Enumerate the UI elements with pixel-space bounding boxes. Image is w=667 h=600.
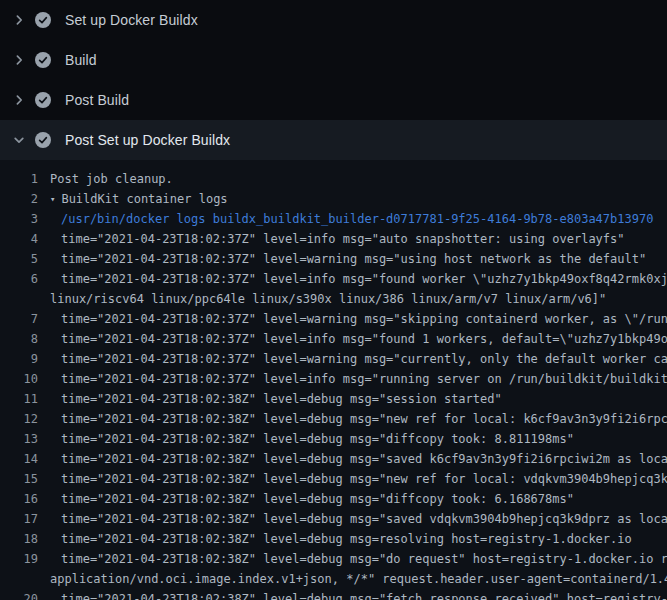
log-line: 19 time="2021-04-23T18:02:38Z" level=deb… bbox=[0, 549, 667, 569]
log-line-number[interactable]: 5 bbox=[0, 249, 38, 269]
log-line-number[interactable]: 7 bbox=[0, 309, 38, 329]
log-line-number[interactable]: 2 bbox=[0, 189, 38, 209]
check-circle-icon bbox=[35, 92, 51, 108]
chevron-icon bbox=[11, 92, 27, 108]
step-row-0[interactable]: Set up Docker Buildx bbox=[0, 0, 667, 40]
log-line-text: time="2021-04-23T18:02:37Z" level=warnin… bbox=[50, 249, 646, 269]
check-circle-icon bbox=[35, 12, 51, 28]
log-line-text: time="2021-04-23T18:02:37Z" level=info m… bbox=[50, 329, 667, 349]
log-line-text: application/vnd.oci.image.index.v1+json,… bbox=[50, 569, 667, 589]
log-line: 8 time="2021-04-23T18:02:37Z" level=info… bbox=[0, 329, 667, 349]
log-line-text: time="2021-04-23T18:02:38Z" level=debug … bbox=[50, 529, 632, 549]
log-line-number[interactable] bbox=[0, 289, 38, 309]
log-line: 2 ▾BuildKit container logs bbox=[0, 189, 667, 209]
log-line-number[interactable]: 15 bbox=[0, 469, 38, 489]
check-circle-icon bbox=[35, 132, 51, 148]
group-collapse-icon[interactable]: ▾ bbox=[50, 189, 55, 209]
chevron-icon bbox=[11, 12, 27, 28]
steps-list: Set up Docker Buildx Build P bbox=[0, 0, 667, 160]
log-line-number[interactable]: 6 bbox=[0, 269, 38, 289]
step-row-1[interactable]: Build bbox=[0, 40, 667, 80]
log-pane: 1 Post job cleanup. 2 ▾BuildKit containe… bbox=[0, 160, 667, 600]
log-line-text: time="2021-04-23T18:02:37Z" level=info m… bbox=[50, 269, 667, 289]
log-line-number[interactable]: 3 bbox=[0, 209, 38, 229]
log-line-text: time="2021-04-23T18:02:38Z" level=debug … bbox=[50, 449, 667, 469]
step-label: Build bbox=[65, 52, 97, 68]
log-line-number[interactable]: 17 bbox=[0, 509, 38, 529]
log-line: 16 time="2021-04-23T18:02:38Z" level=deb… bbox=[0, 489, 667, 509]
log-line-number[interactable]: 9 bbox=[0, 349, 38, 369]
step-label: Set up Docker Buildx bbox=[65, 12, 198, 28]
log-line-text: time="2021-04-23T18:02:38Z" level=debug … bbox=[50, 409, 667, 429]
log-line-number[interactable]: 18 bbox=[0, 529, 38, 549]
log-line: 10 time="2021-04-23T18:02:37Z" level=inf… bbox=[0, 369, 667, 389]
log-line-number[interactable]: 20 bbox=[0, 589, 38, 600]
log-line: 1 Post job cleanup. bbox=[0, 169, 667, 189]
chevron-icon bbox=[11, 52, 27, 68]
log-line-text: linux/riscv64 linux/ppc64le linux/s390x … bbox=[50, 289, 606, 309]
log-line: 12 time="2021-04-23T18:02:38Z" level=deb… bbox=[0, 409, 667, 429]
log-line: 11 time="2021-04-23T18:02:38Z" level=deb… bbox=[0, 389, 667, 409]
log-line-text: ▾BuildKit container logs bbox=[50, 189, 228, 209]
log-line-text: time="2021-04-23T18:02:37Z" level=warnin… bbox=[50, 349, 667, 369]
log-line-number[interactable]: 8 bbox=[0, 329, 38, 349]
log-line: 17 time="2021-04-23T18:02:38Z" level=deb… bbox=[0, 509, 667, 529]
log-line-number[interactable]: 12 bbox=[0, 409, 38, 429]
log-line-text: time="2021-04-23T18:02:37Z" level=warnin… bbox=[50, 309, 667, 329]
log-line-text: Post job cleanup. bbox=[50, 169, 173, 189]
log-line: 13 time="2021-04-23T18:02:38Z" level=deb… bbox=[0, 429, 667, 449]
chevron-icon bbox=[11, 132, 27, 148]
log-line-text: time="2021-04-23T18:02:38Z" level=debug … bbox=[50, 589, 667, 600]
log-line-text: time="2021-04-23T18:02:38Z" level=debug … bbox=[50, 389, 502, 409]
step-row-2[interactable]: Post Build bbox=[0, 80, 667, 120]
log-line-text: time="2021-04-23T18:02:37Z" level=info m… bbox=[50, 369, 667, 389]
log-line-number[interactable]: 19 bbox=[0, 549, 38, 569]
log-line-number[interactable]: 11 bbox=[0, 389, 38, 409]
log-line: 4 time="2021-04-23T18:02:37Z" level=info… bbox=[0, 229, 667, 249]
log-line: 18 time="2021-04-23T18:02:38Z" level=deb… bbox=[0, 529, 667, 549]
step-label: Post Set up Docker Buildx bbox=[65, 132, 230, 148]
log-line: 15 time="2021-04-23T18:02:38Z" level=deb… bbox=[0, 469, 667, 489]
log-line-text: time="2021-04-23T18:02:38Z" level=debug … bbox=[50, 469, 667, 489]
log-line: linux/riscv64 linux/ppc64le linux/s390x … bbox=[0, 289, 667, 309]
log-line-number[interactable]: 1 bbox=[0, 169, 38, 189]
log-line-number[interactable] bbox=[0, 569, 38, 589]
check-circle-icon bbox=[35, 52, 51, 68]
log-line: 20 time="2021-04-23T18:02:38Z" level=deb… bbox=[0, 589, 667, 600]
step-row-3[interactable]: Post Set up Docker Buildx bbox=[0, 120, 667, 160]
log-line-text: time="2021-04-23T18:02:37Z" level=info m… bbox=[50, 229, 625, 249]
log-line-text: time="2021-04-23T18:02:38Z" level=debug … bbox=[50, 429, 574, 449]
log-line: application/vnd.oci.image.index.v1+json,… bbox=[0, 569, 667, 589]
log-line-text: time="2021-04-23T18:02:38Z" level=debug … bbox=[50, 489, 574, 509]
log-line: 7 time="2021-04-23T18:02:37Z" level=warn… bbox=[0, 309, 667, 329]
step-label: Post Build bbox=[65, 92, 129, 108]
log-line-number[interactable]: 16 bbox=[0, 489, 38, 509]
log-line-text: time="2021-04-23T18:02:38Z" level=debug … bbox=[50, 509, 667, 529]
log-line-number[interactable]: 13 bbox=[0, 429, 38, 449]
log-line-number[interactable]: 10 bbox=[0, 369, 38, 389]
log-line-number[interactable]: 14 bbox=[0, 449, 38, 469]
log-line: 6 time="2021-04-23T18:02:37Z" level=info… bbox=[0, 269, 667, 289]
log-line-text: time="2021-04-23T18:02:38Z" level=debug … bbox=[50, 549, 667, 569]
log-line: 14 time="2021-04-23T18:02:38Z" level=deb… bbox=[0, 449, 667, 469]
log-line-number[interactable]: 4 bbox=[0, 229, 38, 249]
log-line: 9 time="2021-04-23T18:02:37Z" level=warn… bbox=[0, 349, 667, 369]
log-line: 3 /usr/bin/docker logs buildx_buildkit_b… bbox=[0, 209, 667, 229]
log-line-text: /usr/bin/docker logs buildx_buildkit_bui… bbox=[50, 209, 653, 229]
log-line: 5 time="2021-04-23T18:02:37Z" level=warn… bbox=[0, 249, 667, 269]
